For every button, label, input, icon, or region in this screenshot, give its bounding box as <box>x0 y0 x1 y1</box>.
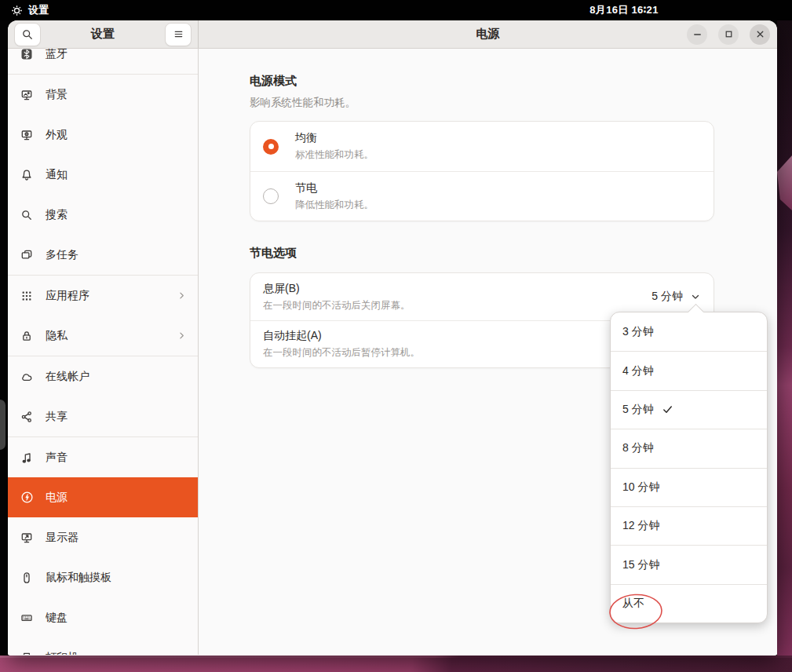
printer-icon <box>20 652 34 656</box>
search-icon <box>21 28 34 41</box>
share-icon <box>20 411 34 423</box>
radio-power-saver[interactable] <box>263 188 279 204</box>
sidebar-item-appearance[interactable]: 外观 <box>8 115 198 155</box>
screen-edge-handle <box>0 400 5 450</box>
power-mode-subtitle: 影响系统性能和功耗。 <box>250 96 714 110</box>
sidebar-item-multitasking[interactable]: 多任务 <box>8 235 198 275</box>
sidebar-item-power[interactable]: 电源 <box>8 477 198 517</box>
top-bar: 设置 8月16日 16∶21 <box>0 0 792 20</box>
sidebar-item-printers[interactable]: 打印机 <box>8 637 198 655</box>
sidebar-item-background[interactable]: 背景 <box>8 75 198 115</box>
radio-balanced[interactable] <box>263 139 279 155</box>
dropdown-option-10分钟[interactable]: 10 分钟 <box>611 468 767 506</box>
sidebar-item-keyboard[interactable]: 键盘 <box>8 597 198 637</box>
check-icon <box>662 404 673 415</box>
display-icon <box>20 531 34 544</box>
maximize-icon <box>723 28 735 40</box>
background-icon <box>20 89 34 101</box>
dropdown-option-15分钟[interactable]: 15 分钟 <box>611 545 767 583</box>
bluetooth-icon <box>20 49 34 60</box>
chevron-right-icon <box>177 290 187 301</box>
page-title: 电源 <box>476 27 500 42</box>
appearance-icon <box>20 129 34 141</box>
sidebar-item-applications[interactable]: 应用程序 <box>8 276 198 316</box>
mouse-icon <box>20 572 34 584</box>
gear-icon <box>11 5 23 16</box>
main-menu-button[interactable] <box>165 23 192 46</box>
sidebar-item-sound[interactable]: 声音 <box>8 437 198 477</box>
chevron-right-icon <box>177 331 187 341</box>
sidebar-item-online-accounts[interactable]: 在线帐户 <box>8 356 198 396</box>
dropdown-option-never[interactable]: 从不 <box>611 584 767 623</box>
dropdown-option-3分钟[interactable]: 3 分钟 <box>611 312 767 351</box>
music-note-icon <box>20 451 34 464</box>
wallpaper-right-strip <box>777 20 792 672</box>
power-mode-option-balanced[interactable]: 均衡 标准性能和功耗。 <box>250 122 714 171</box>
close-icon <box>754 28 766 40</box>
power-mode-card: 均衡 标准性能和功耗。 节电 降低性能和功耗。 <box>250 121 714 221</box>
headerbar: 设置 电源 <box>8 20 777 49</box>
power-saving-heading: 节电选项 <box>250 246 714 261</box>
power-icon <box>20 491 34 504</box>
dropdown-option-8分钟[interactable]: 8 分钟 <box>611 429 767 467</box>
search-icon <box>20 209 34 221</box>
wallpaper-bottom-strip <box>0 656 792 672</box>
window-controls <box>687 24 770 45</box>
top-bar-app-title: 设置 <box>28 3 49 17</box>
sidebar-headerbar: 设置 <box>8 20 199 48</box>
top-bar-app-indicator[interactable]: 设置 <box>11 0 49 20</box>
minimize-button[interactable] <box>687 24 707 45</box>
sidebar-item-notifications[interactable]: 通知 <box>8 155 198 195</box>
hamburger-icon <box>173 28 184 40</box>
sidebar-item-search[interactable]: 搜索 <box>8 195 198 235</box>
sidebar-title: 设置 <box>91 27 115 42</box>
search-button[interactable] <box>14 23 41 46</box>
duration-dropdown-popover: 3 分钟4 分钟5 分钟8 分钟10 分钟12 分钟15 分钟从不 <box>610 312 768 623</box>
power-mode-option-saver[interactable]: 节电 降低性能和功耗。 <box>250 171 714 221</box>
cloud-icon <box>20 371 34 383</box>
chevron-down-icon <box>690 291 701 302</box>
multitasking-icon <box>20 249 34 261</box>
screen-blank-dropdown[interactable]: 5 分钟 <box>651 290 701 304</box>
sidebar-item-privacy[interactable]: 隐私 <box>8 316 198 356</box>
power-mode-heading: 电源模式 <box>250 74 714 89</box>
main-headerbar: 电源 <box>199 20 777 48</box>
sidebar-item-mouse-touchpad[interactable]: 鼠标和触摸板 <box>8 557 198 597</box>
sidebar: 蓝牙背景外观通知搜索多任务应用程序隐私在线帐户共享声音电源显示器鼠标和触摸板键盘… <box>8 49 199 655</box>
apps-grid-icon <box>20 290 34 302</box>
close-button[interactable] <box>750 24 770 45</box>
top-bar-clock[interactable]: 8月16日 16∶21 <box>589 0 658 20</box>
sidebar-item-displays[interactable]: 显示器 <box>8 517 198 557</box>
keyboard-icon <box>20 612 34 624</box>
dropdown-option-5分钟[interactable]: 5 分钟 <box>611 390 767 429</box>
sidebar-item-bluetooth[interactable]: 蓝牙 <box>8 49 198 74</box>
dropdown-option-4分钟[interactable]: 4 分钟 <box>611 351 767 389</box>
bell-icon <box>20 169 34 181</box>
maximize-button[interactable] <box>718 24 739 45</box>
lock-icon <box>20 330 34 342</box>
sidebar-item-sharing[interactable]: 共享 <box>8 396 198 436</box>
dropdown-option-12分钟[interactable]: 12 分钟 <box>611 506 767 545</box>
minimize-icon <box>692 28 703 40</box>
